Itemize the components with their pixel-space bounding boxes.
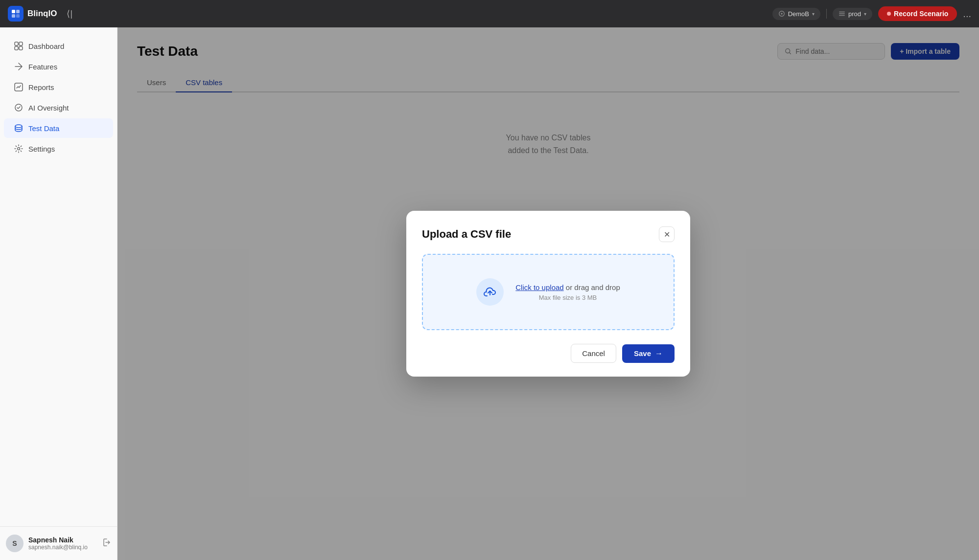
modal-close-button[interactable]: ✕ <box>659 226 675 242</box>
sidebar-item-ai-oversight[interactable]: AI Oversight <box>4 98 113 117</box>
collapse-button[interactable]: ⟨| <box>67 8 72 19</box>
svg-rect-1 <box>16 10 20 13</box>
sidebar-item-reports[interactable]: Reports <box>4 77 113 97</box>
record-scenario-button[interactable]: Record Scenario <box>878 6 957 21</box>
svg-point-12 <box>15 125 22 128</box>
sidebar-item-test-data[interactable]: Test Data <box>4 118 113 138</box>
dashboard-icon <box>14 41 23 51</box>
more-options-button[interactable]: ... <box>963 8 971 20</box>
app-name: BlinqIO <box>27 9 57 19</box>
file-drop-zone[interactable]: Click to upload or drag and drop Max fil… <box>422 254 675 330</box>
svg-point-5 <box>781 13 783 15</box>
svg-rect-8 <box>15 46 18 50</box>
sidebar-item-dashboard[interactable]: Dashboard <box>4 36 113 56</box>
demo-label: DemoB <box>788 10 809 18</box>
sidebar-item-label: Features <box>28 63 57 71</box>
click-to-upload-link[interactable]: Click to upload <box>515 283 563 291</box>
save-label: Save <box>634 349 651 358</box>
user-name: Sapnesh Naik <box>28 536 97 544</box>
modal-title: Upload a CSV file <box>422 228 511 241</box>
user-info: Sapnesh Naik sapnesh.naik@blinq.io <box>28 536 97 551</box>
sidebar-item-label: Dashboard <box>28 42 64 50</box>
ai-oversight-icon <box>14 103 23 112</box>
modal-footer: Cancel Save → <box>422 344 675 363</box>
test-data-icon <box>14 123 23 133</box>
sidebar-item-label: Test Data <box>28 124 59 133</box>
upload-csv-modal: Upload a CSV file ✕ Click to upload or d <box>406 211 690 377</box>
drop-or-text: or drag and drop <box>564 283 620 291</box>
divider <box>826 9 827 19</box>
record-dot-icon <box>887 12 891 16</box>
record-label: Record Scenario <box>894 10 948 18</box>
sidebar-item-label: Reports <box>28 83 54 91</box>
file-size-label: Max file size is 3 MB <box>515 294 620 301</box>
save-button[interactable]: Save → <box>622 344 675 363</box>
svg-rect-7 <box>19 42 23 45</box>
sidebar-item-settings[interactable]: Settings <box>4 139 113 158</box>
svg-rect-0 <box>12 10 15 13</box>
svg-rect-3 <box>16 14 20 18</box>
app-logo: BlinqIO <box>8 6 57 22</box>
upload-icon <box>483 285 497 299</box>
cancel-button[interactable]: Cancel <box>571 344 616 363</box>
sidebar-user-section: S Sapnesh Naik sapnesh.naik@blinq.io <box>0 526 117 560</box>
sidebar-item-features[interactable]: Features <box>4 57 113 76</box>
features-icon <box>14 62 23 71</box>
svg-rect-9 <box>19 46 23 50</box>
nav-menu: Dashboard Features Reports <box>0 27 117 526</box>
reports-icon <box>14 82 23 92</box>
modal-header: Upload a CSV file ✕ <box>422 226 675 242</box>
upload-icon-wrap <box>476 278 504 306</box>
topbar: BlinqIO ⟨| DemoB ▾ prod ▾ Record Scenari… <box>0 0 979 27</box>
drop-text: Click to upload or drag and drop Max fil… <box>515 283 620 301</box>
logo-icon <box>8 6 23 22</box>
drop-instructions: Click to upload or drag and drop <box>515 283 620 292</box>
sidebar-item-label: Settings <box>28 145 55 153</box>
svg-rect-6 <box>15 42 18 45</box>
env-label: prod <box>848 10 861 18</box>
demo-icon <box>778 10 785 17</box>
content-area: Test Data + Import a table Users CSV tab… <box>117 27 979 560</box>
avatar: S <box>6 535 23 552</box>
env-icon <box>839 10 845 17</box>
user-email: sapnesh.naik@blinq.io <box>28 544 97 551</box>
sidebar-item-label: AI Oversight <box>28 104 69 112</box>
svg-rect-2 <box>12 14 15 18</box>
main-layout: Dashboard Features Reports <box>0 27 979 560</box>
settings-icon <box>14 144 23 154</box>
env-selector[interactable]: prod ▾ <box>833 8 872 20</box>
save-arrow-icon: → <box>655 349 663 358</box>
svg-point-13 <box>18 148 20 150</box>
demo-selector[interactable]: DemoB ▾ <box>772 8 820 20</box>
sidebar: Dashboard Features Reports <box>0 27 117 560</box>
demo-chevron-icon: ▾ <box>812 11 815 17</box>
modal-overlay[interactable]: Upload a CSV file ✕ Click to upload or d <box>117 27 979 560</box>
env-chevron-icon: ▾ <box>864 11 866 17</box>
logout-button[interactable] <box>102 538 111 549</box>
